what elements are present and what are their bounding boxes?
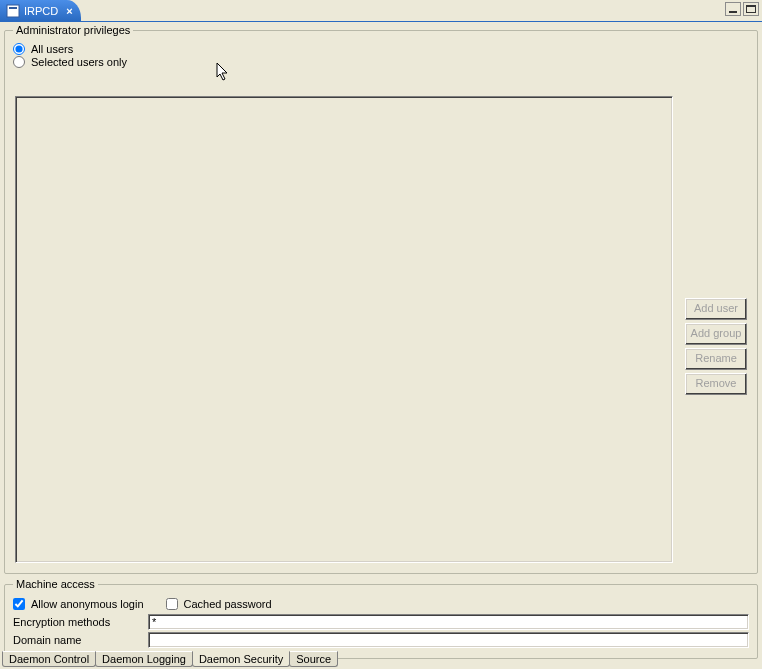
bottom-tabs: Daemon Control Daemon Logging Daemon Sec… — [2, 651, 337, 667]
radio-selected-users[interactable] — [13, 56, 25, 68]
encryption-input[interactable] — [148, 614, 749, 630]
admin-privileges-legend: Administrator privileges — [13, 24, 133, 36]
minimize-button[interactable] — [725, 2, 741, 16]
admin-privileges-group: Administrator privileges All users Selec… — [4, 24, 758, 574]
allow-anonymous-label[interactable]: Allow anonymous login — [31, 598, 144, 610]
radio-selected-users-label: Selected users only — [31, 56, 127, 68]
radio-row-all-users[interactable]: All users — [13, 43, 749, 55]
machine-access-legend: Machine access — [13, 578, 98, 590]
tab-close-icon[interactable]: × — [66, 5, 72, 17]
app-icon — [6, 4, 20, 18]
remove-button[interactable]: Remove — [685, 373, 747, 395]
rename-button[interactable]: Rename — [685, 348, 747, 370]
tab-source[interactable]: Source — [289, 651, 338, 667]
cached-password-checkbox[interactable] — [166, 598, 178, 610]
user-list-area — [15, 96, 673, 563]
check-row: Allow anonymous login Cached password — [13, 598, 749, 610]
allow-anonymous-checkbox[interactable] — [13, 598, 25, 610]
encryption-row: Encryption methods — [13, 614, 749, 630]
domain-input[interactable] — [148, 632, 749, 648]
radio-all-users-label: All users — [31, 43, 73, 55]
encryption-label: Encryption methods — [13, 616, 148, 628]
client-area: Administrator privileges All users Selec… — [4, 24, 758, 649]
title-tab[interactable]: IRPCD × — [0, 0, 81, 21]
svg-rect-1 — [9, 7, 17, 9]
title-bar: IRPCD × — [0, 0, 762, 22]
user-list[interactable] — [15, 96, 673, 563]
svg-rect-0 — [7, 5, 19, 17]
side-buttons: Add user Add group Rename Remove — [685, 298, 747, 395]
add-user-button[interactable]: Add user — [685, 298, 747, 320]
radio-all-users[interactable] — [13, 43, 25, 55]
title-text: IRPCD — [24, 5, 58, 17]
tab-daemon-security[interactable]: Daemon Security — [192, 651, 290, 667]
app-window: IRPCD × Administrator privileges All use… — [0, 0, 762, 669]
radio-row-selected-users[interactable]: Selected users only — [13, 56, 749, 68]
add-group-button[interactable]: Add group — [685, 323, 747, 345]
machine-access-group: Machine access Allow anonymous login Cac… — [4, 578, 758, 659]
domain-label: Domain name — [13, 634, 148, 646]
cached-password-label[interactable]: Cached password — [184, 598, 272, 610]
window-controls — [725, 2, 759, 16]
tab-daemon-logging[interactable]: Daemon Logging — [95, 651, 193, 667]
maximize-button[interactable] — [743, 2, 759, 16]
domain-row: Domain name — [13, 632, 749, 648]
tab-daemon-control[interactable]: Daemon Control — [2, 651, 96, 667]
